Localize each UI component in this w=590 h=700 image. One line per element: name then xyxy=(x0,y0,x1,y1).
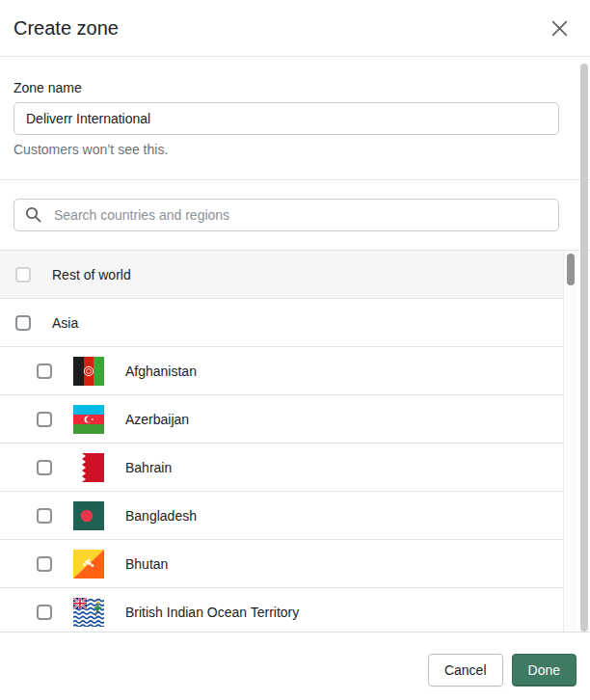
row-label: Asia xyxy=(52,315,78,331)
modal-title: Create zone xyxy=(13,17,119,40)
list-scrollbar-thumb[interactable] xyxy=(567,254,575,285)
row-checkbox[interactable] xyxy=(37,412,52,427)
row-checkbox[interactable] xyxy=(37,508,52,524)
list-scrollbar-track[interactable] xyxy=(563,251,577,632)
done-button[interactable]: Done xyxy=(512,654,577,687)
zone-name-section: Zone name Customers won’t see this. xyxy=(0,57,590,180)
row-checkbox[interactable] xyxy=(15,267,31,283)
zone-name-helper: Customers won’t see this. xyxy=(13,142,559,157)
modal-footer: Cancel Done xyxy=(0,633,590,699)
row-label: Rest of world xyxy=(52,267,131,283)
bhutan-flag-icon xyxy=(73,550,104,579)
row-checkbox[interactable] xyxy=(15,315,31,331)
create-zone-modal: Create zone Zone name Customers won’t se… xyxy=(0,0,590,700)
row-label: British Indian Ocean Territory xyxy=(125,605,299,620)
close-icon xyxy=(550,18,570,39)
row-checkbox[interactable] xyxy=(37,556,52,572)
list-row[interactable]: British Indian Ocean Territory xyxy=(0,588,563,633)
list-row[interactable]: Asia xyxy=(0,299,563,347)
bangladesh-flag-icon xyxy=(73,501,104,530)
row-checkbox[interactable] xyxy=(37,363,52,379)
country-rows: Rest of world Asia Afghanistan Azerbaija… xyxy=(0,251,563,633)
row-label: Azerbaijan xyxy=(125,412,189,427)
row-label: Bahrain xyxy=(125,460,172,475)
list-row[interactable]: Rest of world xyxy=(0,251,563,299)
zone-name-label: Zone name xyxy=(13,80,559,95)
search-input[interactable] xyxy=(13,199,559,231)
list-row[interactable]: Bahrain xyxy=(0,444,563,492)
modal-header: Create zone xyxy=(0,0,590,57)
zone-name-input[interactable] xyxy=(13,102,559,135)
azerbaijan-flag-icon xyxy=(73,405,104,434)
country-list: Rest of world Asia Afghanistan Azerbaija… xyxy=(0,250,590,633)
row-label: Afghanistan xyxy=(125,363,197,379)
list-row[interactable]: Bangladesh xyxy=(0,492,563,540)
modal-scrollbar-thumb[interactable] xyxy=(580,64,588,632)
search-section xyxy=(0,180,590,250)
list-row[interactable]: Azerbaijan xyxy=(0,395,563,444)
bahrain-flag-icon xyxy=(73,453,104,482)
close-button[interactable] xyxy=(548,16,572,40)
british-indian-ocean-territory-flag-icon xyxy=(73,598,104,627)
list-row[interactable]: Bhutan xyxy=(0,540,563,588)
row-label: Bhutan xyxy=(125,556,168,572)
row-checkbox[interactable] xyxy=(37,605,52,620)
cancel-button[interactable]: Cancel xyxy=(428,654,503,687)
row-checkbox[interactable] xyxy=(37,460,52,475)
list-row[interactable]: Afghanistan xyxy=(0,347,563,395)
row-label: Bangladesh xyxy=(125,508,197,524)
afghanistan-flag-icon xyxy=(73,357,104,386)
